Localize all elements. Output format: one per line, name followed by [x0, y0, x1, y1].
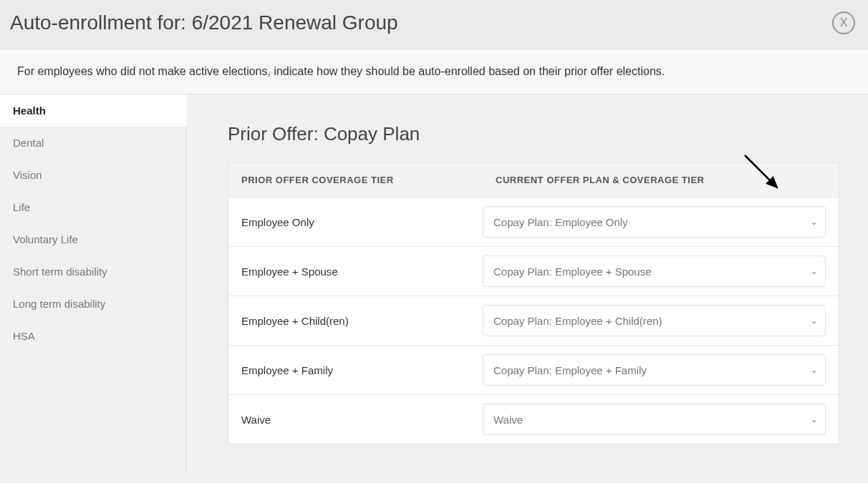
sidebar-item-health[interactable]: Health [0, 94, 186, 127]
prior-tier-label: Waive [228, 401, 483, 439]
sidebar-item-hsa[interactable]: HSA [0, 320, 185, 352]
content-area: Health Dental Vision Life Voluntary Life… [0, 94, 868, 473]
table-row: Employee + Child(ren) Copay Plan: Employ… [228, 296, 839, 346]
sidebar-item-long-term-disability[interactable]: Long term disability [0, 288, 185, 320]
current-plan-select[interactable]: Copay Plan: Employee Only [483, 206, 826, 238]
sidebar-item-label: Dental [13, 137, 44, 149]
prior-tier-label: Employee Only [228, 203, 483, 241]
sidebar-item-label: Short term disability [13, 265, 107, 278]
table-header-row: PRIOR OFFER COVERAGE TIER CURRENT OFFER … [228, 163, 839, 197]
sidebar-item-label: Long term disability [13, 298, 105, 310]
current-plan-select[interactable]: Copay Plan: Employee + Family [483, 354, 826, 386]
coverage-table: PRIOR OFFER COVERAGE TIER CURRENT OFFER … [228, 162, 839, 444]
table-row: Employee + Family Copay Plan: Employee +… [228, 346, 839, 395]
sidebar-item-life[interactable]: Life [0, 191, 185, 223]
column-header-current: CURRENT OFFER PLAN & COVERAGE TIER [483, 163, 839, 197]
sidebar-item-vision[interactable]: Vision [0, 159, 185, 191]
current-plan-cell: Waive ⌄ [483, 395, 839, 444]
modal-header: Auto-enrollment for: 6/2021 Renewal Grou… [0, 0, 868, 49]
table-row: Employee + Spouse Copay Plan: Employee +… [228, 247, 839, 296]
current-plan-select[interactable]: Waive [483, 404, 826, 435]
prior-tier-label: Employee + Child(ren) [228, 302, 483, 340]
current-plan-select[interactable]: Copay Plan: Employee + Child(ren) [483, 305, 826, 336]
main-content: Prior Offer: Copay Plan PRIOR OFFER COVE… [186, 94, 868, 473]
prior-tier-label: Employee + Spouse [228, 253, 483, 291]
sidebar-item-label: Health [13, 104, 46, 117]
current-plan-select[interactable]: Copay Plan: Employee + Spouse [483, 255, 826, 287]
sidebar-item-label: HSA [13, 330, 35, 342]
table-row: Employee Only Copay Plan: Employee Only … [228, 197, 839, 247]
page-title: Auto-enrollment for: 6/2021 Renewal Grou… [10, 11, 398, 34]
table-row: Waive Waive ⌄ [228, 395, 839, 444]
sidebar-item-short-term-disability[interactable]: Short term disability [0, 255, 185, 288]
close-icon: X [840, 16, 848, 29]
column-header-prior: PRIOR OFFER COVERAGE TIER [228, 163, 483, 197]
current-plan-cell: Copay Plan: Employee + Child(ren) ⌄ [483, 296, 839, 345]
close-button[interactable]: X [832, 11, 855, 34]
sidebar-item-voluntary-life[interactable]: Voluntary Life [0, 223, 185, 255]
sidebar-item-label: Life [13, 201, 30, 213]
sidebar-item-label: Vision [13, 169, 42, 181]
current-plan-cell: Copay Plan: Employee Only ⌄ [483, 197, 839, 246]
sidebar-item-label: Voluntary Life [13, 233, 78, 245]
sidebar-item-dental[interactable]: Dental [0, 127, 185, 159]
description-text: For employees who did not make active el… [0, 49, 868, 94]
prior-offer-heading: Prior Offer: Copay Plan [228, 123, 839, 145]
sidebar: Health Dental Vision Life Voluntary Life… [0, 94, 186, 473]
current-plan-cell: Copay Plan: Employee + Spouse ⌄ [483, 247, 839, 296]
current-plan-cell: Copay Plan: Employee + Family ⌄ [483, 346, 839, 394]
prior-tier-label: Employee + Family [228, 351, 483, 389]
